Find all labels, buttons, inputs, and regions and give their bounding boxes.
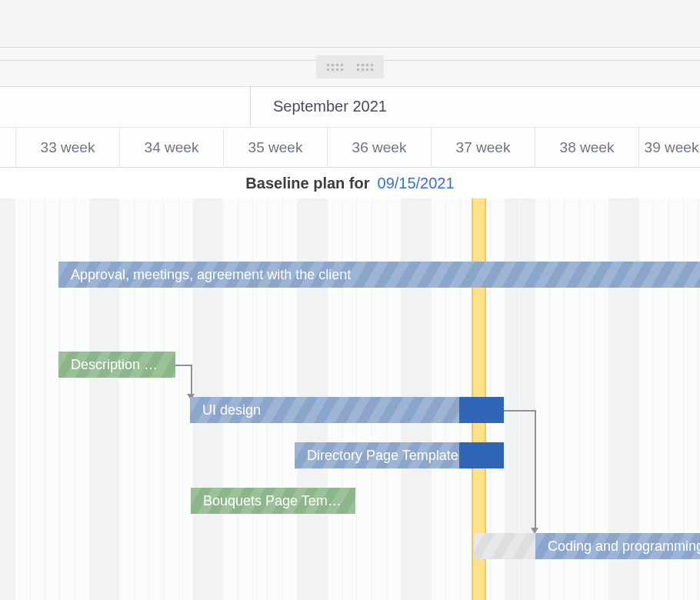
week-cell[interactable]: 36 week (327, 128, 431, 167)
task-label: Coding and programming (548, 538, 700, 555)
week-cell-pad (0, 128, 15, 167)
task-bar-description[interactable]: Description … (58, 352, 175, 378)
baseline-date[interactable]: 09/15/2021 (378, 175, 455, 192)
baseline-banner: Baseline plan for 09/15/2021 (0, 168, 700, 198)
task-bar-ui-design-baseline-delta[interactable] (459, 397, 504, 423)
gantt-chart[interactable]: // we will generate day columns via JS b… (0, 198, 700, 600)
task-label: Bouquets Page Tem… (203, 493, 342, 509)
timeline-week-header: 33 week 34 week 35 week 36 week 37 week … (0, 128, 700, 168)
week-cell[interactable]: 33 week (15, 128, 119, 167)
toolbar-blank (0, 0, 700, 48)
dependency-connector (535, 410, 536, 529)
grip-icon (327, 64, 343, 71)
month-separator (250, 87, 251, 127)
baseline-label: Baseline plan for (245, 175, 369, 192)
timeline-month-header: September 2021 (0, 86, 700, 128)
week-cell[interactable]: 39 week (638, 128, 700, 167)
pane-drag-handle[interactable] (316, 55, 384, 78)
week-cell[interactable]: 38 week (535, 128, 638, 167)
task-label: Directory Page Template (307, 448, 458, 464)
task-bar-directory[interactable]: Directory Page Template (295, 442, 459, 468)
week-cell[interactable]: 37 week (431, 128, 535, 167)
task-label: UI design (202, 402, 261, 418)
dependency-connector (191, 365, 192, 395)
task-bar-bouquets[interactable]: Bouquets Page Tem… (191, 488, 355, 514)
task-bar-coding-baseline-lead[interactable] (474, 533, 535, 559)
week-cell[interactable]: 34 week (119, 128, 223, 167)
task-label: Approval, meetings, agreement with the c… (71, 267, 351, 283)
task-bar-coding[interactable]: Coding and programming (535, 533, 700, 559)
grip-icon (357, 64, 373, 71)
dependency-connector (504, 410, 535, 412)
task-bar-approval[interactable]: Approval, meetings, agreement with the c… (58, 262, 700, 288)
task-bar-ui-design[interactable]: UI design (190, 397, 459, 423)
dependency-connector (175, 365, 191, 366)
task-label: Description … (71, 357, 158, 373)
week-cell[interactable]: 35 week (223, 128, 327, 167)
task-bar-directory-baseline-delta[interactable] (459, 442, 504, 468)
splitter-row (0, 48, 700, 86)
month-label: September 2021 (273, 98, 387, 115)
